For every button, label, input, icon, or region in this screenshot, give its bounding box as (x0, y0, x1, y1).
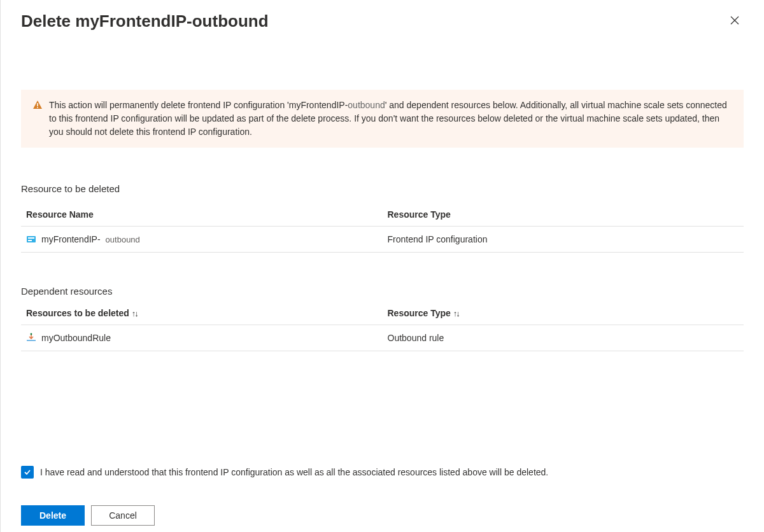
section-heading-dependent: Dependent resources (21, 286, 744, 297)
resource-table: Resource Name Resource Type myFrontendIP… (21, 203, 744, 253)
confirm-checkbox[interactable] (21, 466, 34, 479)
svg-rect-3 (37, 107, 38, 108)
svg-rect-5 (28, 237, 34, 239)
table-row: myFrontendIP-outbound Frontend IP config… (21, 227, 744, 253)
dependent-type-cell: Outbound rule (383, 325, 744, 351)
sort-icon: ↑↓ (453, 309, 459, 318)
warning-banner: This action will permanently delete fron… (21, 90, 744, 148)
column-header-dep-name[interactable]: Resources to be deleted↑↓ (21, 302, 383, 325)
resource-name-suffix: outbound (106, 235, 140, 244)
title-suffix: outbound (192, 11, 269, 31)
delete-button[interactable]: Delete (21, 505, 85, 526)
svg-rect-4 (27, 236, 36, 242)
confirm-label: I have read and understood that this fro… (40, 467, 548, 477)
warning-text: This action will permanently delete fron… (49, 99, 732, 139)
column-header-dep-type[interactable]: Resource Type↑↓ (383, 302, 744, 325)
svg-rect-7 (27, 340, 36, 341)
resource-name-prefix: myFrontendIP- (41, 234, 101, 244)
column-header-type: Resource Type (383, 203, 744, 227)
svg-rect-2 (37, 103, 38, 106)
dependent-name: myOutboundRule (41, 333, 111, 343)
dependent-table: Resources to be deleted↑↓ Resource Type↑… (21, 302, 744, 351)
svg-point-8 (31, 333, 32, 335)
column-header-name: Resource Name (21, 203, 383, 227)
warning-icon (32, 100, 43, 110)
cancel-button[interactable]: Cancel (91, 505, 155, 526)
sort-icon: ↑↓ (132, 309, 138, 318)
page-title: Delete myFrontendIP-outbound (21, 11, 269, 31)
section-heading-resource: Resource to be deleted (21, 183, 744, 194)
frontend-ip-icon (26, 234, 36, 244)
resource-type-cell: Frontend IP configuration (383, 227, 744, 253)
check-icon (23, 468, 32, 477)
close-icon (730, 15, 740, 25)
close-button[interactable] (726, 11, 744, 29)
title-prefix: Delete myFrontendIP- (21, 11, 192, 31)
table-row: myOutboundRule Outbound rule (21, 325, 744, 351)
outbound-rule-icon (26, 333, 36, 343)
svg-rect-6 (28, 240, 32, 241)
